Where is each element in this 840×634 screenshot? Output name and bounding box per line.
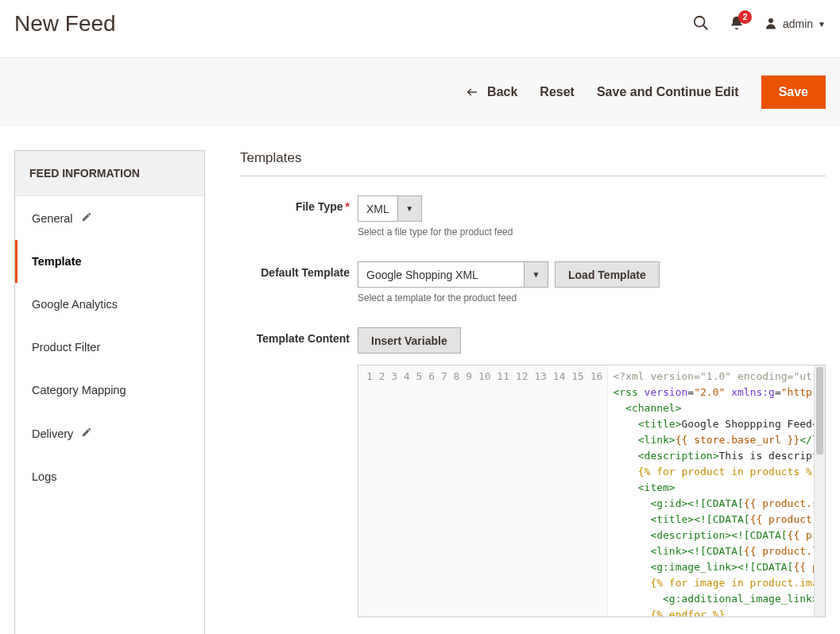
load-template-button[interactable]: Load Template	[555, 261, 660, 288]
notification-count: 2	[738, 10, 752, 24]
code-scrollbar[interactable]	[814, 365, 825, 617]
default-template-select[interactable]: Google Shopping XML ▼	[358, 261, 548, 288]
reset-button[interactable]: Reset	[540, 85, 575, 99]
page-title: New Feed	[14, 11, 692, 37]
scrollbar-thumb[interactable]	[816, 367, 823, 454]
sidebar: FEED INFORMATION GeneralTemplateGoogle A…	[14, 150, 205, 634]
svg-line-1	[703, 25, 708, 29]
sidebar-item-label: Product Filter	[32, 341, 100, 354]
insert-variable-button[interactable]: Insert Variable	[358, 327, 461, 354]
code-content[interactable]: <?xml version="1.0" encoding="utf-8" ?> …	[608, 365, 814, 617]
default-template-value: Google Shopping XML	[358, 262, 524, 287]
template-content-label: Template Content	[240, 327, 358, 617]
sidebar-item-google-analytics[interactable]: Google Analytics	[15, 283, 204, 326]
sidebar-header: FEED INFORMATION	[15, 151, 204, 196]
action-bar: Back Reset Save and Continue Edit Save	[0, 57, 840, 126]
svg-point-0	[695, 16, 705, 26]
notifications-button[interactable]: 2	[729, 15, 745, 33]
save-button[interactable]: Save	[761, 75, 826, 109]
pencil-icon	[81, 211, 92, 225]
section-title: Templates	[240, 150, 826, 176]
file-type-label: File Type*	[240, 195, 358, 238]
sidebar-item-general[interactable]: General	[15, 196, 204, 240]
pencil-icon	[81, 427, 92, 440]
template-code-editor[interactable]: 1 2 3 4 5 6 7 8 9 10 11 12 13 14 15 16 <…	[358, 365, 826, 617]
back-label: Back	[487, 85, 517, 99]
chevron-down-icon: ▼	[397, 196, 421, 221]
default-template-label: Default Template	[240, 261, 358, 303]
default-template-note: Select a template for the product feed	[358, 292, 826, 303]
file-type-value: XML	[358, 196, 397, 221]
code-gutter: 1 2 3 4 5 6 7 8 9 10 11 12 13 14 15 16	[358, 365, 608, 617]
user-icon	[764, 16, 778, 33]
sidebar-item-label: Logs	[32, 470, 56, 483]
back-button[interactable]: Back	[465, 85, 517, 99]
sidebar-item-category-mapping[interactable]: Category Mapping	[15, 369, 204, 412]
sidebar-item-product-filter[interactable]: Product Filter	[15, 326, 204, 369]
file-type-select[interactable]: XML ▼	[358, 195, 422, 222]
sidebar-item-label: Category Mapping	[32, 384, 126, 396]
chevron-down-icon: ▼	[524, 262, 548, 287]
sidebar-item-logs[interactable]: Logs	[15, 455, 204, 498]
user-menu[interactable]: admin ▼	[764, 16, 826, 33]
sidebar-item-label: Google Analytics	[32, 298, 118, 311]
sidebar-item-label: General	[32, 212, 73, 225]
sidebar-item-label: Template	[32, 255, 82, 268]
sidebar-item-template[interactable]: Template	[15, 240, 204, 283]
sidebar-item-delivery[interactable]: Delivery	[15, 412, 204, 455]
file-type-note: Select a file type for the product feed	[358, 226, 826, 238]
save-continue-button[interactable]: Save and Continue Edit	[597, 85, 739, 99]
svg-point-2	[768, 18, 773, 23]
search-icon[interactable]	[692, 14, 710, 34]
user-name-label: admin	[783, 17, 813, 30]
chevron-down-icon: ▼	[818, 20, 826, 29]
sidebar-item-label: Delivery	[32, 427, 73, 440]
